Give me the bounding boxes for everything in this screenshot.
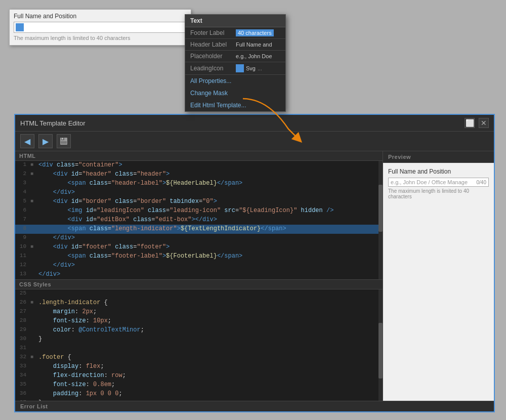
html-code-area[interactable]: 1 ■ <div class="container"> 2 ■ <div id=… xyxy=(15,161,383,279)
context-menu-row-footer[interactable]: Footer Label 40 characters xyxy=(185,27,285,39)
context-menu-value-footer: 40 characters xyxy=(236,29,274,36)
line-collapse-5[interactable]: ■ xyxy=(30,197,36,206)
css-content-32: .footer { xyxy=(36,353,383,362)
maximize-button[interactable]: ⬜ xyxy=(465,118,475,128)
context-menu-row-header[interactable]: Header Label Full Name and xyxy=(185,39,285,51)
line-num-6: 6 xyxy=(15,206,30,216)
save-icon xyxy=(59,137,68,146)
css-collapse-31 xyxy=(30,344,36,353)
css-line-num-26: 26 xyxy=(15,299,30,308)
css-content-34: flex-direction: row; xyxy=(36,371,383,381)
css-content-27: margin: 2px; xyxy=(36,308,383,317)
html-line-8: 8 <span class="length-indicator">${TextL… xyxy=(15,225,383,234)
context-menu-link-edit-html[interactable]: Edit Html Template... xyxy=(185,99,285,111)
line-collapse-13 xyxy=(30,270,36,279)
css-line-num-36: 36 xyxy=(15,390,30,399)
line-content-1: <div class="container"> xyxy=(36,161,383,170)
error-list-bar: Error List xyxy=(15,401,494,411)
css-collapse-32[interactable]: ■ xyxy=(30,353,36,362)
css-line-29: 29 color: @ControlTextMinor; xyxy=(15,326,383,335)
html-section-header: HTML xyxy=(15,151,383,161)
line-collapse-10[interactable]: ■ xyxy=(30,243,36,252)
line-content-5: <div id="border" class="border" tabindex… xyxy=(36,197,383,206)
widget-input-row[interactable] xyxy=(14,22,187,33)
css-collapse-29 xyxy=(30,326,36,335)
context-menu-row-leadingicon[interactable]: LeadingIcon Svg ... xyxy=(185,62,285,75)
context-menu-label-footer: Footer Label xyxy=(190,29,236,36)
css-line-num-33: 33 xyxy=(15,362,30,371)
css-line-num-34: 34 xyxy=(15,371,30,381)
css-line-26: 26 ■ .length-indicator { xyxy=(15,299,383,308)
line-content-9: </div> xyxy=(36,234,383,243)
css-line-28: 28 font-size: 10px; xyxy=(15,317,383,326)
preview-input-wrapper[interactable]: e.g., John Doe / Office Manage 0/40 xyxy=(388,178,489,187)
css-collapse-26[interactable]: ■ xyxy=(30,299,36,308)
preview-field-title: Full Name and Position xyxy=(388,168,489,175)
html-scrollbar-thumb[interactable] xyxy=(378,185,383,232)
line-collapse-3 xyxy=(30,179,36,188)
css-collapse-25 xyxy=(30,289,36,299)
editor-toolbar: ◀ ▶ xyxy=(15,132,494,151)
widget-leading-icon xyxy=(16,23,24,31)
line-num-4: 4 xyxy=(15,188,30,197)
line-num-1: 1 xyxy=(15,161,30,170)
line-content-6: <img id="leadingIcon" class="leading-ico… xyxy=(36,206,383,216)
context-menu-link-change-mask[interactable]: Change Mask xyxy=(185,87,285,99)
line-content-3: <span class="header-label">${HeaderLabel… xyxy=(36,179,383,188)
preview-content: Full Name and Position e.g., John Doe / … xyxy=(383,163,494,401)
css-line-num-28: 28 xyxy=(15,317,30,326)
css-content-31 xyxy=(36,344,383,353)
line-num-8: 8 xyxy=(15,225,30,234)
css-code-area[interactable]: 25 26 ■ .length-indicator { 27 margin: 2… xyxy=(15,289,383,401)
html-scrollbar-track[interactable] xyxy=(378,161,383,279)
svg-rect-3 xyxy=(61,141,67,144)
css-collapse-34 xyxy=(30,371,36,381)
css-line-34: 34 flex-direction: row; xyxy=(15,371,383,381)
css-collapse-27 xyxy=(30,308,36,317)
line-collapse-7 xyxy=(30,216,36,225)
css-line-35: 35 font-size: 0.8em; xyxy=(15,381,383,390)
css-content-33: display: flex; xyxy=(36,362,383,371)
html-line-12: 12 </div> xyxy=(15,261,383,270)
css-section-header: CSS Styles xyxy=(15,280,383,289)
css-scrollbar-track[interactable] xyxy=(378,289,383,401)
name-position-widget: Full Name and Position The maximum lengt… xyxy=(9,9,191,46)
css-scrollbar-thumb[interactable] xyxy=(378,323,383,379)
css-collapse-28 xyxy=(30,317,36,326)
forward-button[interactable]: ▶ xyxy=(38,134,53,148)
css-collapse-33 xyxy=(30,362,36,371)
code-panel: HTML 1 ■ <div class="container"> 2 ■ <di… xyxy=(15,151,383,401)
context-menu-link-all-properties[interactable]: All Properties... xyxy=(185,75,285,87)
html-line-2: 2 ■ <div id="header" class="header"> xyxy=(15,170,383,179)
css-content-29: color: @ControlTextMinor; xyxy=(36,326,383,335)
html-line-5: 5 ■ <div id="border" class="border" tabi… xyxy=(15,197,383,206)
css-line-36: 36 padding: 1px 0 0 0; xyxy=(15,390,383,399)
css-line-25: 25 xyxy=(15,289,383,299)
line-collapse-4 xyxy=(30,188,36,197)
css-content-25 xyxy=(36,289,383,299)
svg-rect-2 xyxy=(62,138,63,140)
line-content-13: </div> xyxy=(36,270,383,279)
line-collapse-1[interactable]: ■ xyxy=(30,161,36,170)
line-num-9: 9 xyxy=(15,234,30,243)
context-menu-row-placeholder[interactable]: Placeholder e.g., John Doe xyxy=(185,51,285,62)
save-button[interactable] xyxy=(57,134,71,148)
back-button[interactable]: ◀ xyxy=(20,134,34,148)
preview-counter: 0/40 xyxy=(477,180,486,185)
css-content-30: } xyxy=(36,335,383,344)
editor-body: HTML 1 ■ <div class="container"> 2 ■ <di… xyxy=(15,151,494,401)
css-content-26: .length-indicator { xyxy=(36,299,383,308)
css-collapse-37 xyxy=(30,399,36,401)
context-menu: Text Footer Label 40 characters Header L… xyxy=(185,14,286,112)
css-collapse-30 xyxy=(30,335,36,344)
line-content-8: <span class="length-indicator">${TextLen… xyxy=(36,225,383,234)
css-collapse-36 xyxy=(30,390,36,399)
html-line-1: 1 ■ <div class="container"> xyxy=(15,161,383,170)
line-content-2: <div id="header" class="header"> xyxy=(36,170,383,179)
context-menu-label-leadingicon: LeadingIcon xyxy=(190,65,236,72)
css-line-33: 33 display: flex; xyxy=(15,362,383,371)
close-button[interactable]: ✕ xyxy=(479,118,489,128)
context-menu-label-header: Header Label xyxy=(190,41,236,48)
line-collapse-2[interactable]: ■ xyxy=(30,170,36,179)
line-collapse-6 xyxy=(30,206,36,216)
